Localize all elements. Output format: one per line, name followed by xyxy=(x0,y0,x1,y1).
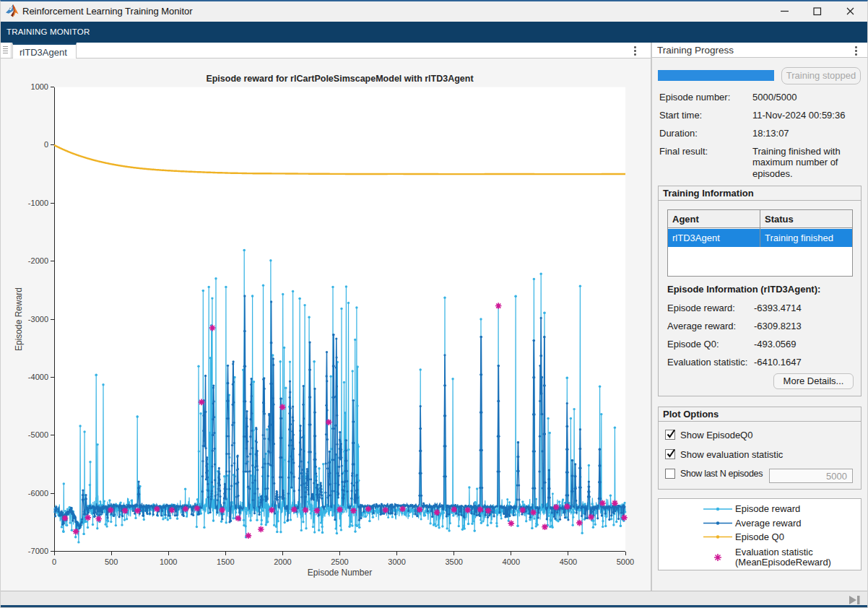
svg-text:3500: 3500 xyxy=(445,557,462,566)
svg-text:-7000: -7000 xyxy=(28,547,48,555)
svg-text:4000: 4000 xyxy=(503,557,520,566)
svg-text:-3000: -3000 xyxy=(28,315,48,323)
svg-text:1500: 1500 xyxy=(217,557,234,566)
svg-text:-2000: -2000 xyxy=(28,256,48,265)
svg-text:Average reward: Average reward xyxy=(735,518,802,529)
svg-text:0: 0 xyxy=(52,557,56,566)
svg-text:2000: 2000 xyxy=(274,557,291,566)
svg-text:3000: 3000 xyxy=(388,557,405,566)
svg-text:1000: 1000 xyxy=(160,557,177,566)
svg-text:1000: 1000 xyxy=(31,82,48,91)
svg-text:500: 500 xyxy=(105,557,118,566)
svg-text:2500: 2500 xyxy=(331,557,348,566)
svg-text:Episode Q0: Episode Q0 xyxy=(735,531,784,542)
svg-text:Episode reward for rlCartPoleS: Episode reward for rlCartPoleSimscapeMod… xyxy=(206,74,474,84)
svg-text:Episode Reward: Episode Reward xyxy=(14,287,24,351)
svg-text:5000: 5000 xyxy=(617,557,634,566)
svg-text:-5000: -5000 xyxy=(28,430,48,439)
svg-text:-4000: -4000 xyxy=(28,373,48,381)
svg-text:0: 0 xyxy=(44,140,48,149)
svg-text:Evaluation statistic: Evaluation statistic xyxy=(735,547,813,557)
svg-text:Episode Number: Episode Number xyxy=(308,568,372,578)
svg-text:-1000: -1000 xyxy=(28,199,48,207)
svg-text:(MeanEpisodeReward): (MeanEpisodeReward) xyxy=(735,557,831,568)
svg-text:Episode reward: Episode reward xyxy=(735,503,800,514)
svg-text:4500: 4500 xyxy=(560,557,577,566)
svg-text:-6000: -6000 xyxy=(28,489,48,498)
